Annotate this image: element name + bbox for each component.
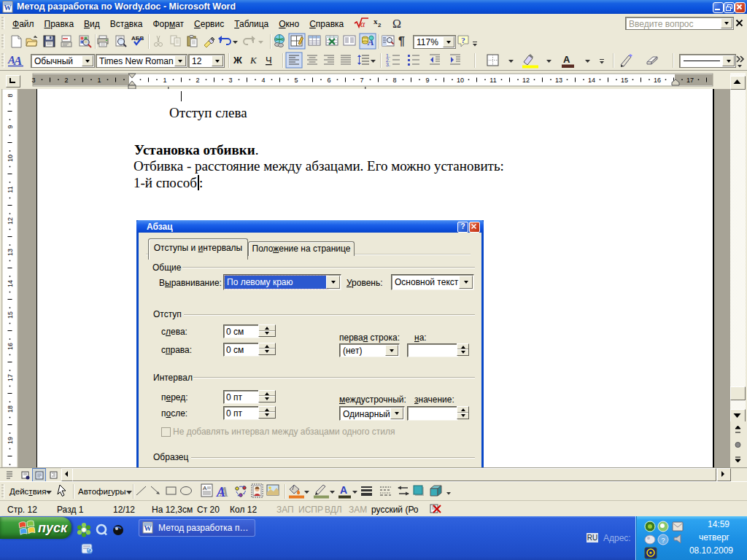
svg-text:12: 12 — [522, 77, 530, 84]
svg-text:10: 10 — [457, 77, 464, 84]
svg-text:10: 10 — [7, 155, 14, 162]
svg-text:11: 11 — [489, 77, 496, 84]
svg-text:АБВ: АБВ — [131, 35, 144, 42]
svg-text:16: 16 — [7, 343, 14, 350]
svg-text:14: 14 — [7, 280, 14, 287]
svg-text:2: 2 — [196, 77, 199, 84]
svg-text:Ω: Ω — [392, 18, 401, 29]
svg-text:19: 19 — [7, 437, 14, 444]
svg-text:8: 8 — [392, 77, 396, 84]
svg-text:А: А — [563, 54, 570, 65]
svg-text:4: 4 — [261, 77, 265, 84]
svg-text:18: 18 — [7, 405, 14, 413]
svg-text:W: W — [4, 4, 12, 12]
svg-text:А: А — [203, 485, 207, 491]
svg-text:?: ? — [661, 537, 665, 544]
svg-text:?: ? — [461, 36, 465, 44]
svg-text:12: 12 — [7, 217, 14, 225]
svg-text:15: 15 — [7, 311, 14, 319]
svg-text:Ч: Ч — [266, 55, 272, 66]
svg-text:17: 17 — [7, 374, 14, 381]
svg-text:16: 16 — [654, 77, 661, 84]
svg-text:9: 9 — [7, 125, 14, 128]
svg-text:2: 2 — [378, 22, 382, 28]
svg-text:7: 7 — [360, 77, 363, 84]
svg-text:13: 13 — [7, 249, 14, 256]
svg-text:9: 9 — [425, 77, 429, 84]
svg-text:Ж: Ж — [233, 55, 242, 66]
svg-text:W: W — [144, 524, 152, 532]
svg-text:α: α — [360, 19, 365, 29]
svg-text:11: 11 — [7, 186, 14, 192]
svg-text:А: А — [216, 485, 225, 499]
svg-text:17: 17 — [686, 77, 694, 84]
svg-text:5: 5 — [294, 77, 298, 84]
svg-text:3: 3 — [228, 77, 232, 84]
svg-text:1: 1 — [97, 77, 101, 84]
svg-text:1: 1 — [163, 77, 166, 84]
svg-text:6: 6 — [327, 77, 330, 84]
svg-text:2: 2 — [64, 77, 68, 84]
svg-text:8: 8 — [7, 93, 14, 97]
svg-text:К: К — [249, 55, 258, 66]
svg-text:15: 15 — [621, 77, 628, 84]
svg-text:3.: 3. — [386, 62, 390, 67]
svg-text:3: 3 — [31, 77, 35, 84]
svg-text:¶: ¶ — [398, 35, 405, 47]
svg-text:14: 14 — [588, 77, 595, 84]
svg-text:А: А — [340, 484, 347, 496]
svg-text:13: 13 — [555, 77, 562, 84]
